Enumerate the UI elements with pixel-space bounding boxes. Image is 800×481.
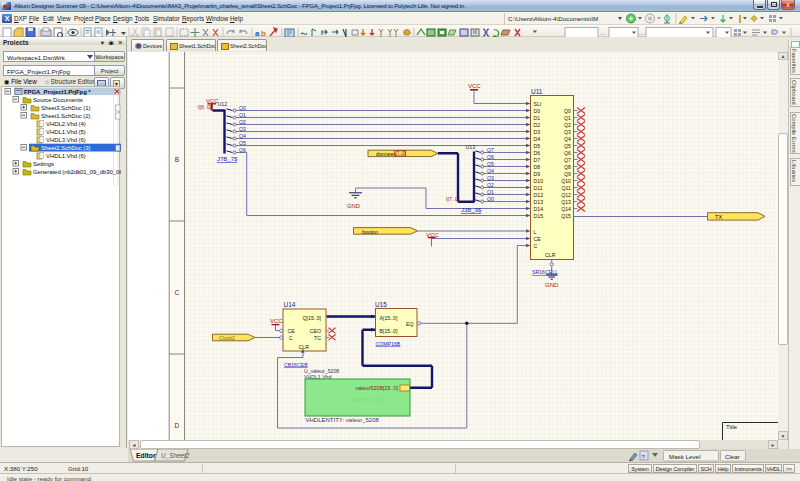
svg-text:A[15..0]: A[15..0]	[380, 315, 398, 321]
svg-text:U11: U11	[531, 88, 543, 95]
svg-text:D2: D2	[534, 122, 541, 128]
svg-text:D3: D3	[534, 129, 541, 135]
svg-text:Clear: Clear	[725, 453, 740, 460]
svg-text:VHDL1.Vhd (6): VHDL1.Vhd (6)	[46, 153, 86, 159]
svg-text:Q[15..0]: Q[15..0]	[303, 315, 322, 321]
svg-text:Q11: Q11	[562, 185, 572, 191]
svg-text:Q5: Q5	[564, 143, 571, 149]
svg-text:Settings: Settings	[33, 161, 54, 167]
svg-text:D4: D4	[534, 136, 541, 142]
svg-text:TX: TX	[715, 214, 722, 220]
svg-text:Q2: Q2	[564, 122, 571, 128]
svg-text:I[7..0]: I[7..0]	[446, 196, 460, 202]
svg-text:VHDL3.Vhd (6): VHDL3.Vhd (6)	[46, 137, 86, 143]
svg-text:J7B_7$: J7B_7$	[217, 156, 238, 162]
svg-text:CE: CE	[288, 328, 296, 334]
svg-text:Source Documents: Source Documents	[33, 97, 83, 103]
svg-text:FPGA_Project1.PrjFpg *: FPGA_Project1.PrjFpg *	[24, 89, 91, 95]
svg-text:EQ: EQ	[406, 321, 414, 327]
svg-text:VCC: VCC	[270, 318, 283, 324]
svg-text:VHDL2.Vhd (4): VHDL2.Vhd (4)	[46, 121, 86, 127]
svg-text:Q0: Q0	[487, 196, 494, 202]
svg-text:Q1: Q1	[564, 115, 571, 121]
svg-text:D15: D15	[534, 213, 544, 219]
svg-text:SLI: SLI	[534, 101, 542, 107]
svg-text:TC: TC	[314, 335, 321, 341]
svg-text:Q3: Q3	[239, 126, 246, 132]
svg-text:...: ...	[600, 30, 605, 36]
svg-text:Q5: Q5	[239, 140, 246, 146]
svg-text:Mask Level: Mask Level	[669, 453, 700, 460]
svg-text:D9: D9	[534, 171, 541, 177]
svg-text:GND: GND	[545, 282, 559, 288]
svg-text:D1: D1	[534, 115, 541, 121]
svg-text:D5: D5	[534, 143, 541, 149]
svg-text:Q7: Q7	[564, 157, 571, 163]
svg-text:Q2: Q2	[239, 119, 246, 125]
svg-text:donnees: donnees	[376, 151, 396, 157]
svg-text:D11: D11	[534, 185, 543, 191]
svg-text:Q1: Q1	[487, 189, 494, 195]
svg-text:U15: U15	[375, 301, 387, 308]
svg-text:Q4: Q4	[564, 136, 571, 142]
svg-text:Q8: Q8	[564, 164, 571, 170]
svg-text:valeur_5208: valeur_5208	[350, 396, 386, 404]
svg-text:CE: CE	[534, 236, 542, 242]
svg-text:U14: U14	[284, 301, 296, 308]
svg-text:[7..0]: [7..0]	[396, 151, 405, 156]
svg-text:D8: D8	[534, 164, 541, 170]
svg-text:Q4: Q4	[239, 133, 246, 139]
svg-text:I[6..0]: I[6..0]	[198, 104, 212, 110]
svg-text:GND: GND	[347, 203, 360, 209]
svg-text:Q6: Q6	[564, 150, 571, 156]
svg-text:Q2: Q2	[487, 182, 494, 188]
svg-text:Q14: Q14	[561, 206, 571, 212]
svg-text:Q0: Q0	[564, 108, 571, 114]
svg-text:valeur5208[15..0]: valeur5208[15..0]	[355, 385, 398, 391]
svg-text:Clock2: Clock2	[219, 335, 235, 341]
svg-text:Sheet3.SchDoc (1): Sheet3.SchDoc (1)	[41, 105, 90, 111]
svg-text:CEO: CEO	[310, 328, 321, 334]
svg-text:D0: D0	[534, 108, 541, 114]
svg-text:VCC: VCC	[468, 83, 481, 89]
svg-text:C: C	[289, 335, 293, 341]
svg-text:Q13: Q13	[561, 199, 571, 205]
svg-text:CLR: CLR	[299, 344, 310, 350]
svg-text:D13: D13	[534, 199, 544, 205]
svg-text:...: ...	[639, 30, 644, 36]
svg-text:bouton: bouton	[362, 229, 378, 235]
svg-text:VHDL1.Vhd (5): VHDL1.Vhd (5)	[46, 129, 86, 135]
svg-text:Q4: Q4	[487, 168, 494, 174]
svg-text:COMP16B: COMP16B	[376, 341, 401, 347]
svg-text:Q1: Q1	[239, 112, 246, 118]
svg-text:B[15..0]: B[15..0]	[380, 328, 398, 334]
svg-text:L: L	[534, 229, 537, 235]
svg-text:VHDLENTITY: valeur_5208: VHDLENTITY: valeur_5208	[306, 417, 380, 423]
svg-text:Q7: Q7	[487, 147, 494, 153]
svg-text:D10: D10	[534, 178, 544, 184]
svg-text:B: B	[175, 156, 179, 163]
svg-text:Sheet2.SchDoc (3): Sheet2.SchDoc (3)	[41, 145, 90, 151]
svg-text:U12: U12	[218, 101, 228, 107]
svg-text:U13: U13	[466, 144, 476, 150]
svg-text:D: D	[174, 422, 179, 429]
svg-text:C: C	[534, 243, 538, 249]
svg-text:D6: D6	[534, 150, 541, 156]
svg-text:D12: D12	[534, 192, 544, 198]
svg-text:Q6: Q6	[487, 154, 494, 160]
svg-text:SR16CELL: SR16CELL	[532, 269, 558, 275]
svg-text:Q10: Q10	[561, 178, 571, 184]
svg-text:Editor: Editor	[136, 452, 156, 459]
svg-text:Q5: Q5	[487, 161, 494, 167]
svg-text:D14: D14	[534, 206, 544, 212]
svg-text:CLR: CLR	[545, 252, 556, 258]
svg-text:Title: Title	[726, 424, 738, 430]
svg-text:Q3: Q3	[564, 129, 571, 135]
svg-text:VCC: VCC	[426, 232, 439, 238]
svg-text:Q6: Q6	[239, 147, 246, 153]
svg-text:Q12: Q12	[561, 192, 571, 198]
svg-text:Q3: Q3	[487, 175, 494, 181]
svg-text:U_Sheet2: U_Sheet2	[161, 452, 190, 459]
svg-text:D7: D7	[534, 157, 541, 163]
svg-text:Generated (nb2dk01_09_db30_06): Generated (nb2dk01_09_db30_06)	[33, 169, 121, 175]
